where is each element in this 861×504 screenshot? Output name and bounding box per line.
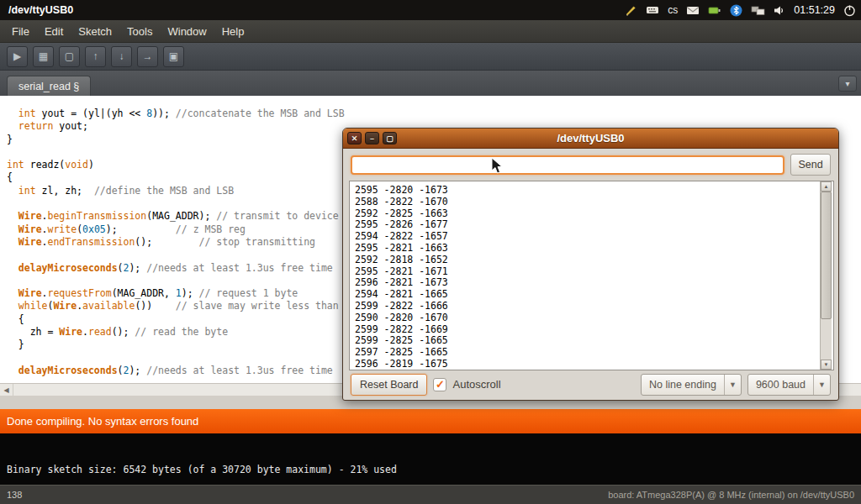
code-token: //needs at least 1.3us free time (146, 365, 333, 376)
upload-icon: → (143, 50, 153, 62)
code-token: return (18, 120, 54, 132)
code-token: { (7, 171, 13, 183)
upload-button[interactable]: → (137, 46, 158, 67)
network-icon[interactable] (751, 5, 765, 16)
serial-output-line: 2592 -2825 -1663 (355, 208, 815, 220)
serial-scrollbar[interactable]: ▲ ▼ (820, 181, 832, 370)
scrollbar-thumb[interactable] (821, 192, 832, 319)
tab-serial-read[interactable]: serial_read § (7, 76, 91, 96)
menu-help[interactable]: Help (214, 22, 252, 41)
menu-sketch[interactable]: Sketch (71, 22, 119, 41)
serial-output-line: 2599 -2822 -1666 (355, 301, 815, 312)
code-token: Wire (18, 223, 42, 235)
window-minimize-button[interactable]: – (365, 132, 379, 144)
serial-output-line: 2590 -2820 -1670 (355, 312, 815, 324)
scroll-left-icon[interactable]: ◀ (0, 384, 13, 396)
export-button[interactable]: ▣ (163, 46, 184, 67)
code-token: yout; (53, 120, 88, 132)
code-token (7, 300, 18, 312)
stop-button[interactable]: ▦ (33, 46, 54, 67)
mail-icon[interactable] (686, 5, 700, 16)
code-token: endTransmission (48, 236, 135, 248)
tab-menu-button[interactable]: ▾ (838, 76, 857, 92)
keyboard-layout-indicator[interactable]: cs (668, 4, 678, 16)
serial-output-area[interactable]: 2595 -2820 -16732588 -2822 -16702592 -28… (349, 181, 834, 370)
code-token: (MAG_ADDR, (112, 287, 176, 299)
save-button[interactable]: ↓ (111, 46, 132, 67)
code-token: . (42, 236, 48, 248)
window-close-button[interactable]: ✕ (347, 132, 362, 144)
serial-input-row: Send (343, 150, 838, 179)
code-token: delayMicroseconds (18, 262, 118, 274)
serial-output-line: 2594 -2822 -1657 (355, 231, 815, 243)
code-token: // read the byte (135, 326, 228, 338)
code-token (7, 108, 18, 119)
minimize-icon: – (370, 134, 374, 143)
baud-rate-dropdown[interactable]: 9600 baud ▼ (747, 374, 831, 396)
open-button[interactable]: ↑ (85, 46, 106, 67)
dropdown-arrow-icon: ▼ (724, 375, 741, 395)
code-token: . (82, 326, 88, 338)
code-token (7, 120, 18, 132)
code-token: 1 (176, 287, 182, 299)
code-token: )); (152, 108, 176, 119)
code-token: int (7, 159, 24, 171)
clock[interactable]: 01:51:29 (794, 4, 835, 16)
verify-button[interactable]: ▶ (7, 46, 28, 67)
serial-monitor-titlebar[interactable]: ✕ – ▢ /dev/ttyUSB0 (343, 129, 838, 149)
serial-output-line: 2595 -2821 -1671 (355, 266, 815, 278)
code-token: Wire (18, 236, 42, 248)
line-ending-dropdown[interactable]: No line ending ▼ (641, 374, 742, 396)
autoscroll-checkbox[interactable]: ✓ (433, 378, 446, 391)
code-token: . (42, 223, 48, 235)
menu-tools[interactable]: Tools (119, 22, 160, 41)
code-token: Wire (18, 210, 42, 222)
code-token: ); (129, 365, 146, 376)
code-token: ); (182, 287, 199, 299)
send-button[interactable]: Send (790, 154, 831, 176)
volume-icon[interactable] (774, 5, 785, 16)
battery-icon[interactable] (708, 5, 721, 16)
keyboard-icon[interactable] (646, 4, 659, 16)
code-token (7, 223, 18, 235)
code-token: ( (118, 365, 124, 376)
scroll-up-icon[interactable]: ▲ (821, 181, 832, 192)
code-token: //concatenate the MSB and LSB (176, 108, 345, 119)
code-token: //define the MSB and LSB (94, 185, 234, 197)
autoscroll-label: Autoscroll (452, 378, 500, 391)
tab-menu-icon: ▾ (845, 79, 849, 88)
bluetooth-icon[interactable] (730, 4, 742, 17)
new-sketch-button[interactable]: ▢ (59, 46, 80, 67)
reset-board-button[interactable]: Reset Board (351, 374, 427, 396)
menu-file[interactable]: File (4, 22, 37, 41)
code-token: int (18, 108, 36, 119)
code-token: // request 1 byte (199, 287, 298, 299)
close-icon: ✕ (351, 134, 358, 143)
serial-output-line: 2595 -2821 -1663 (355, 243, 815, 255)
code-token: ()) (135, 300, 175, 312)
serial-output-line: 2595 -2820 -1673 (355, 185, 815, 197)
session-menu-icon[interactable] (843, 4, 856, 17)
code-token: ( (118, 262, 124, 274)
window-maximize-button[interactable]: ▢ (383, 132, 397, 144)
edit-indicator-icon[interactable] (625, 4, 637, 17)
code-token: zl, zh; (36, 185, 94, 197)
window-controls: ✕ – ▢ (347, 132, 397, 144)
serial-send-input[interactable] (351, 155, 784, 175)
code-token: beginTransmission (48, 210, 147, 222)
code-token: available (82, 300, 135, 312)
code-token: (MAG_ADDR); (146, 210, 216, 222)
code-token: (); (135, 236, 198, 248)
dropdown-arrow-icon: ▼ (813, 375, 830, 395)
menu-edit[interactable]: Edit (37, 22, 71, 41)
code-token: Wire (53, 300, 77, 312)
menu-window[interactable]: Window (160, 22, 214, 41)
code-token: // transmit to device (216, 210, 338, 222)
code-token (7, 365, 18, 376)
status-message: Done compiling. No syntax errors found (7, 415, 198, 428)
code-token: } (7, 339, 24, 350)
desktop: /dev/ttyUSB0 cs 01:51:29 FileEditSketchT… (0, 0, 861, 504)
serial-output-line: 2599 -2825 -1665 (355, 335, 815, 347)
code-token (7, 236, 18, 248)
code-token: yout = (yl|(yh << (36, 108, 147, 119)
